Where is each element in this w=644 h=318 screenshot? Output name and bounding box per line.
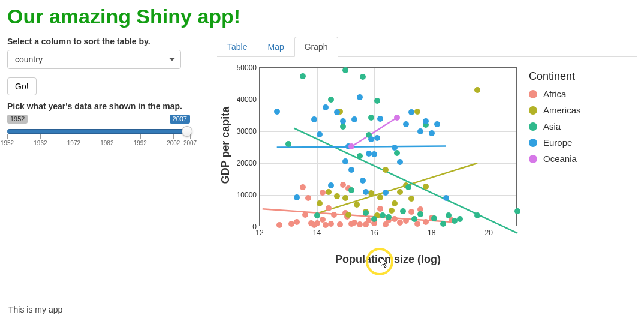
data-point[interactable] xyxy=(357,94,363,100)
data-point[interactable] xyxy=(414,109,420,115)
scatter-plot[interactable]: 121416182001000020000300004000050000 xyxy=(259,67,517,226)
data-point[interactable] xyxy=(423,184,429,190)
data-point[interactable] xyxy=(305,195,311,201)
data-point[interactable] xyxy=(285,141,291,147)
data-point[interactable] xyxy=(397,189,403,195)
data-point[interactable] xyxy=(300,73,306,79)
data-point[interactable] xyxy=(452,218,458,224)
slider-track[interactable] xyxy=(7,129,190,134)
data-point[interactable] xyxy=(440,221,446,227)
data-point[interactable] xyxy=(294,194,300,200)
data-point[interactable] xyxy=(340,118,346,124)
data-point[interactable] xyxy=(408,109,414,115)
data-point[interactable] xyxy=(383,167,389,173)
data-point[interactable] xyxy=(288,221,294,227)
data-point[interactable] xyxy=(389,208,395,214)
data-point[interactable] xyxy=(302,212,308,218)
data-point[interactable] xyxy=(366,217,372,223)
data-point[interactable] xyxy=(323,222,329,228)
data-point[interactable] xyxy=(314,220,320,226)
data-point[interactable] xyxy=(360,74,366,80)
data-point[interactable] xyxy=(377,206,383,212)
data-point[interactable] xyxy=(317,200,323,206)
data-point[interactable] xyxy=(446,212,452,218)
data-point[interactable] xyxy=(348,187,354,193)
data-point[interactable] xyxy=(417,211,423,217)
data-point[interactable] xyxy=(394,115,400,121)
data-point[interactable] xyxy=(334,109,340,115)
data-point[interactable] xyxy=(371,216,377,222)
data-point[interactable] xyxy=(342,158,348,164)
data-point[interactable] xyxy=(400,208,406,214)
data-point[interactable] xyxy=(377,194,383,200)
tab-graph[interactable]: Graph xyxy=(294,37,338,57)
sort-select-value[interactable]: country xyxy=(7,50,181,69)
data-point[interactable] xyxy=(276,222,282,228)
data-point[interactable] xyxy=(429,130,435,136)
data-point[interactable] xyxy=(374,98,380,104)
data-point[interactable] xyxy=(345,212,351,218)
data-point[interactable] xyxy=(348,167,354,173)
data-point[interactable] xyxy=(514,208,520,214)
data-point[interactable] xyxy=(342,67,348,73)
data-point[interactable] xyxy=(326,189,332,195)
data-point[interactable] xyxy=(334,193,340,199)
data-point[interactable] xyxy=(328,182,334,188)
data-point[interactable] xyxy=(311,116,317,122)
data-point[interactable] xyxy=(411,216,417,222)
data-point[interactable] xyxy=(474,212,480,218)
data-point[interactable] xyxy=(363,210,369,216)
data-point[interactable] xyxy=(431,215,437,221)
data-point[interactable] xyxy=(294,219,300,225)
data-point[interactable] xyxy=(314,212,320,218)
tab-map[interactable]: Map xyxy=(257,37,294,57)
data-point[interactable] xyxy=(423,118,429,124)
data-point[interactable] xyxy=(423,219,429,225)
data-point[interactable] xyxy=(457,216,463,222)
data-point[interactable] xyxy=(354,202,360,208)
data-point[interactable] xyxy=(328,97,334,103)
data-point[interactable] xyxy=(417,128,423,134)
data-point[interactable] xyxy=(274,109,280,115)
data-point[interactable] xyxy=(383,190,389,196)
data-point[interactable] xyxy=(403,218,409,224)
data-point[interactable] xyxy=(392,216,398,222)
data-point[interactable] xyxy=(300,184,306,190)
sort-select[interactable]: country xyxy=(7,50,181,69)
data-point[interactable] xyxy=(403,121,409,127)
data-point[interactable] xyxy=(371,151,377,157)
data-point[interactable] xyxy=(351,116,357,122)
data-point[interactable] xyxy=(374,135,380,141)
data-point[interactable] xyxy=(368,136,374,142)
data-point[interactable] xyxy=(368,190,374,196)
data-point[interactable] xyxy=(380,212,386,218)
data-point[interactable] xyxy=(443,195,449,201)
tab-table[interactable]: Table xyxy=(217,37,257,57)
go-button[interactable]: Go! xyxy=(7,77,37,95)
data-point[interactable] xyxy=(317,131,323,137)
data-point[interactable] xyxy=(474,87,480,93)
data-point[interactable] xyxy=(397,159,403,165)
data-point[interactable] xyxy=(331,212,337,218)
data-point[interactable] xyxy=(394,150,400,156)
data-point[interactable] xyxy=(328,221,334,227)
data-point[interactable] xyxy=(377,116,383,122)
data-point[interactable] xyxy=(405,184,411,190)
data-point[interactable] xyxy=(392,200,398,206)
data-point[interactable] xyxy=(348,143,354,149)
data-point[interactable] xyxy=(368,115,374,121)
data-point[interactable] xyxy=(408,209,414,215)
data-point[interactable] xyxy=(326,205,332,211)
data-point[interactable] xyxy=(337,221,343,227)
data-point[interactable] xyxy=(340,182,346,188)
data-point[interactable] xyxy=(366,151,372,157)
data-point[interactable] xyxy=(351,220,357,226)
data-point[interactable] xyxy=(363,189,369,195)
data-point[interactable] xyxy=(360,178,366,184)
data-point[interactable] xyxy=(434,121,440,127)
data-point[interactable] xyxy=(342,195,348,201)
data-point[interactable] xyxy=(392,145,398,151)
data-point[interactable] xyxy=(357,221,363,227)
data-point[interactable] xyxy=(323,104,329,110)
data-point[interactable] xyxy=(408,196,414,202)
